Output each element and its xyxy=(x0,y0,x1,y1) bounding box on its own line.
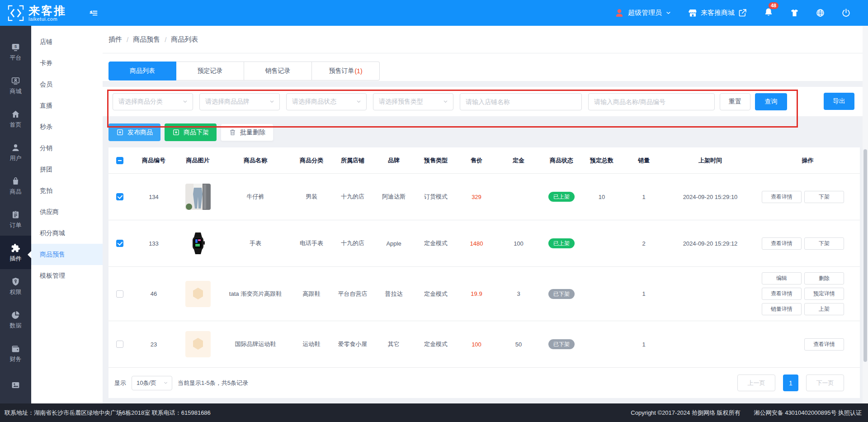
row-action-button[interactable]: 查看详情 xyxy=(762,191,802,203)
breadcrumb: 插件/商品预售/商品列表 xyxy=(103,26,868,53)
breadcrumb-item[interactable]: 插件 xyxy=(108,35,122,44)
sidebar-item[interactable]: 直播 xyxy=(31,95,103,116)
off-shelf-button[interactable]: 商品下架 xyxy=(165,123,217,141)
rail-item-user[interactable]: 用户 xyxy=(0,135,31,169)
user-menu[interactable]: 超级管理员 xyxy=(614,8,672,19)
sidebar-item[interactable]: 积分商城 xyxy=(31,223,103,244)
table-row: 133手表电话手表十九的店Apple定金模式1480100已上架22024-09… xyxy=(108,220,860,267)
select-all-checkbox[interactable] xyxy=(116,157,123,164)
main-content: 插件/商品预售/商品列表 商品列表预定记录销售记录预售订单(1) 请选择商品分类… xyxy=(103,26,868,403)
language-button[interactable] xyxy=(816,8,825,18)
sidebar-item[interactable]: 卡券 xyxy=(31,52,103,74)
sidebar-item[interactable]: 商品预售 xyxy=(31,244,103,265)
row-action-button[interactable]: 查看详情 xyxy=(762,288,802,300)
sidebar-item[interactable]: 模板管理 xyxy=(31,265,103,286)
row-action-button[interactable]: 删除 xyxy=(804,272,844,284)
product-name-input[interactable] xyxy=(594,98,709,105)
footer-address: 联系地址：湖南省长沙市岳麓区绿地中央广场6栋2018室 联系电话：6159816… xyxy=(5,409,211,417)
row-checkbox[interactable] xyxy=(116,240,123,247)
rail-item-label: 用户 xyxy=(10,155,22,161)
status-badge: 已下架 xyxy=(548,339,575,349)
prev-page-button[interactable]: 上一页 xyxy=(737,375,775,391)
tab[interactable]: 预售订单(1) xyxy=(312,62,380,81)
breadcrumb-item[interactable]: 商品列表 xyxy=(171,35,198,44)
row-checkbox[interactable] xyxy=(116,193,123,200)
column-header: 商品编号 xyxy=(131,156,176,165)
rail-item-home[interactable]: 首页 xyxy=(0,102,31,135)
sidebar-item[interactable]: 竞拍 xyxy=(31,180,103,201)
scrollbar-thumb[interactable] xyxy=(863,149,867,362)
cell-presale-type: 定金模式 xyxy=(414,290,458,298)
batch-delete-button[interactable]: 批量删除 xyxy=(221,123,274,141)
cell-product-name: tata 渐变亮片高跟鞋 xyxy=(219,290,292,298)
row-action-button[interactable]: 查看详情 xyxy=(804,338,844,351)
rail-item-data[interactable]: 数据 xyxy=(0,303,31,336)
column-header: 销量 xyxy=(623,156,665,165)
mall-link[interactable]: 来客推商城 xyxy=(688,8,747,18)
row-checkbox[interactable] xyxy=(116,341,123,348)
cell-actions: 编辑删除查看详情预定详情销量详情上架 xyxy=(755,267,860,321)
row-action-button[interactable]: 上架 xyxy=(804,303,844,315)
rail-item-finance[interactable]: 财务 xyxy=(0,336,31,370)
row-checkbox[interactable] xyxy=(116,290,123,298)
table-row: 46tata 渐变亮片高跟鞋高跟鞋平台自营店普拉达定金模式19.93已下架1编辑… xyxy=(108,267,860,321)
logout-button[interactable] xyxy=(841,8,851,18)
cell-presale-type: 定金模式 xyxy=(414,340,458,348)
sidebar-item[interactable]: 会员 xyxy=(31,74,103,95)
cell-product-id: 133 xyxy=(131,240,176,247)
rail-item-goods[interactable]: 商品 xyxy=(0,169,31,202)
rail-item-platform[interactable]: S平台 xyxy=(0,35,31,68)
next-page-button[interactable]: 下一页 xyxy=(806,375,844,391)
filter-select[interactable]: 请选择商品状态 xyxy=(286,93,367,110)
skin-button[interactable] xyxy=(790,8,799,18)
shop-name-input[interactable] xyxy=(466,98,576,105)
cell-brand: Apple xyxy=(374,240,414,247)
rail-item-auth[interactable]: 权限 xyxy=(0,269,31,303)
rail-item-label: 首页 xyxy=(10,122,22,128)
filter-select[interactable]: 请选择商品品牌 xyxy=(199,93,280,110)
cell-deposit: 3 xyxy=(495,290,542,297)
row-action-button[interactable]: 下架 xyxy=(804,191,844,203)
row-action-button[interactable]: 查看详情 xyxy=(762,237,802,250)
cell-actions: 查看详情下架 xyxy=(755,232,860,255)
export-button[interactable]: 导出 xyxy=(824,93,854,110)
trash-icon xyxy=(229,128,236,136)
tab[interactable]: 商品列表 xyxy=(108,62,176,81)
row-action-button[interactable]: 编辑 xyxy=(762,272,802,284)
cell-price: 100 xyxy=(458,341,495,348)
column-header: 所属店铺 xyxy=(331,156,374,165)
row-action-button[interactable]: 下架 xyxy=(804,237,844,250)
tab[interactable]: 销售记录 xyxy=(244,62,312,81)
sidebar-item[interactable]: 拼团 xyxy=(31,159,103,180)
tshirt-icon xyxy=(790,8,799,18)
cell-shop: 十九的店 xyxy=(331,239,374,247)
cell-listed-time: 2024-09-20 15:29:10 xyxy=(665,194,755,200)
sidebar-item[interactable]: 分销 xyxy=(31,138,103,159)
footer-filing: 湘公网安备 43010402000895号 执照认证 xyxy=(754,409,862,417)
sidebar-item[interactable]: 供应商 xyxy=(31,201,103,223)
sidebar-item[interactable]: 秒杀 xyxy=(31,116,103,138)
rail-item-order[interactable]: 订单 xyxy=(0,202,31,236)
tab[interactable]: 预定记录 xyxy=(176,62,244,81)
breadcrumb-item[interactable]: 商品预售 xyxy=(133,35,160,44)
notifications-button[interactable]: 48 xyxy=(764,7,774,19)
current-page-button[interactable]: 1 xyxy=(783,375,798,391)
rail-item-media[interactable] xyxy=(0,370,31,403)
reset-button[interactable]: 重置 xyxy=(720,93,750,110)
row-action-button[interactable]: 销量详情 xyxy=(762,303,802,315)
product-image xyxy=(185,184,211,210)
filter-select[interactable]: 请选择商品分类 xyxy=(113,93,193,110)
user-icon xyxy=(11,143,20,152)
cell-sales: 1 xyxy=(623,290,665,297)
collapse-menu-icon[interactable] xyxy=(89,8,99,18)
filter-select[interactable]: 请选择预售类型 xyxy=(373,93,453,110)
query-button[interactable]: 查询 xyxy=(755,93,787,110)
page-size-select[interactable]: 10条/页 xyxy=(132,376,172,390)
product-image xyxy=(185,230,211,256)
shop-name-input-wrap xyxy=(460,93,582,110)
publish-product-button[interactable]: 发布商品 xyxy=(108,123,160,141)
sidebar-item[interactable]: 店铺 xyxy=(31,31,103,52)
rail-item-mall[interactable]: 商城 xyxy=(0,68,31,102)
column-header: 商品分类 xyxy=(292,156,331,165)
row-action-button[interactable]: 预定详情 xyxy=(804,288,844,300)
